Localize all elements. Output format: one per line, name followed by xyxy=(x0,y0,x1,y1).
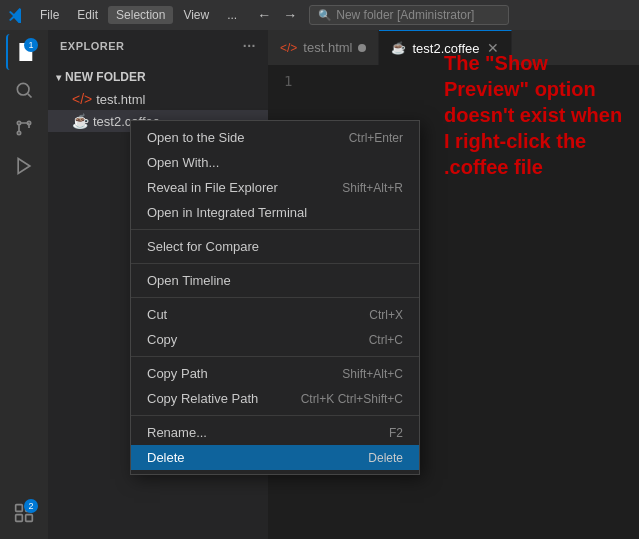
ctx-open-with-label: Open With... xyxy=(147,155,219,170)
activity-extensions[interactable]: 2 xyxy=(6,495,42,531)
ctx-separator-2 xyxy=(131,263,419,264)
folder-name: NEW FOLDER xyxy=(65,70,146,84)
menu-bar: File Edit Selection View ... xyxy=(32,6,245,24)
ctx-copy-path[interactable]: Copy Path Shift+Alt+C xyxy=(131,361,419,386)
activity-source-control[interactable] xyxy=(6,110,42,146)
ctx-delete[interactable]: Delete Delete xyxy=(131,445,419,470)
ctx-copy-path-shortcut: Shift+Alt+C xyxy=(342,367,403,381)
tab-test-html[interactable]: </> test.html xyxy=(268,30,379,65)
search-placeholder: New folder [Administrator] xyxy=(336,8,474,22)
ctx-rename[interactable]: Rename... F2 xyxy=(131,420,419,445)
vscode-logo xyxy=(8,7,24,23)
ctx-select-compare-label: Select for Compare xyxy=(147,239,259,254)
svg-point-5 xyxy=(17,131,20,134)
ctx-rename-shortcut: F2 xyxy=(389,426,403,440)
context-menu: Open to the Side Ctrl+Enter Open With...… xyxy=(130,120,420,475)
tab-coffee-icon: ☕ xyxy=(391,41,406,55)
svg-point-7 xyxy=(17,121,20,124)
back-button[interactable]: ← xyxy=(253,5,275,25)
ctx-open-terminal-label: Open in Integrated Terminal xyxy=(147,205,307,220)
ctx-delete-label: Delete xyxy=(147,450,185,465)
ctx-copy-label: Copy xyxy=(147,332,177,347)
title-bar: File Edit Selection View ... ← → 🔍 New f… xyxy=(0,0,639,30)
search-icon: 🔍 xyxy=(318,9,332,22)
menu-more[interactable]: ... xyxy=(219,6,245,24)
files-badge: 1 xyxy=(24,38,38,52)
ctx-separator-3 xyxy=(131,297,419,298)
ctx-cut-label: Cut xyxy=(147,307,167,322)
svg-rect-1 xyxy=(22,54,29,55)
sidebar-menu-button[interactable]: ··· xyxy=(243,38,256,54)
ctx-copy-path-label: Copy Path xyxy=(147,366,208,381)
ctx-copy-relative-shortcut: Ctrl+K Ctrl+Shift+C xyxy=(301,392,403,406)
coffee-file-icon: ☕ xyxy=(72,113,89,129)
ctx-open-with[interactable]: Open With... xyxy=(131,150,419,175)
ctx-open-timeline-label: Open Timeline xyxy=(147,273,231,288)
ctx-reveal-in-explorer[interactable]: Reveal in File Explorer Shift+Alt+R xyxy=(131,175,419,200)
svg-line-4 xyxy=(28,94,32,98)
tab-html-icon: </> xyxy=(280,41,297,55)
tab-html-label: test.html xyxy=(303,40,352,55)
svg-point-3 xyxy=(17,83,29,95)
menu-edit[interactable]: Edit xyxy=(69,6,106,24)
ctx-copy-relative-path[interactable]: Copy Relative Path Ctrl+K Ctrl+Shift+C xyxy=(131,386,419,411)
ctx-open-timeline[interactable]: Open Timeline xyxy=(131,268,419,293)
ctx-separator-5 xyxy=(131,415,419,416)
file-name-html: test.html xyxy=(96,92,145,107)
ctx-reveal-label: Reveal in File Explorer xyxy=(147,180,278,195)
svg-rect-12 xyxy=(26,515,33,522)
folder-chevron: ▾ xyxy=(56,72,61,83)
svg-rect-9 xyxy=(16,505,23,512)
menu-file[interactable]: File xyxy=(32,6,67,24)
ctx-copy-relative-label: Copy Relative Path xyxy=(147,391,258,406)
ctx-cut-shortcut: Ctrl+X xyxy=(369,308,403,322)
ctx-rename-label: Rename... xyxy=(147,425,207,440)
explorer-label: EXPLORER xyxy=(60,40,125,52)
ctx-delete-shortcut: Delete xyxy=(368,451,403,465)
activity-files[interactable]: 1 xyxy=(6,34,42,70)
sidebar-header: EXPLORER ··· xyxy=(48,30,268,62)
activity-run[interactable] xyxy=(6,148,42,184)
line-number-1: 1 xyxy=(284,73,292,89)
ctx-open-to-side-shortcut: Ctrl+Enter xyxy=(349,131,403,145)
ctx-select-compare[interactable]: Select for Compare xyxy=(131,234,419,259)
tab-html-dirty-indicator xyxy=(358,44,366,52)
ctx-separator-4 xyxy=(131,356,419,357)
menu-view[interactable]: View xyxy=(175,6,217,24)
html-file-icon: </> xyxy=(72,91,92,107)
search-bar[interactable]: 🔍 New folder [Administrator] xyxy=(309,5,509,25)
ctx-copy-shortcut: Ctrl+C xyxy=(369,333,403,347)
svg-rect-11 xyxy=(16,515,23,522)
ctx-reveal-shortcut: Shift+Alt+R xyxy=(342,181,403,195)
svg-marker-8 xyxy=(18,159,30,174)
ctx-separator-1 xyxy=(131,229,419,230)
ctx-open-to-side-label: Open to the Side xyxy=(147,130,245,145)
menu-selection[interactable]: Selection xyxy=(108,6,173,24)
file-test-html[interactable]: </> test.html xyxy=(48,88,268,110)
ctx-open-terminal[interactable]: Open in Integrated Terminal xyxy=(131,200,419,225)
folder-new-folder[interactable]: ▾ NEW FOLDER xyxy=(48,66,268,88)
nav-buttons: ← → xyxy=(253,5,301,25)
extensions-badge: 2 xyxy=(24,499,38,513)
ctx-cut[interactable]: Cut Ctrl+X xyxy=(131,302,419,327)
annotation-text: The "Show Preview" option doesn't exist … xyxy=(444,50,629,180)
forward-button[interactable]: → xyxy=(279,5,301,25)
ctx-open-to-side[interactable]: Open to the Side Ctrl+Enter xyxy=(131,125,419,150)
activity-search[interactable] xyxy=(6,72,42,108)
ctx-copy[interactable]: Copy Ctrl+C xyxy=(131,327,419,352)
activity-bar: 1 2 xyxy=(0,30,48,539)
